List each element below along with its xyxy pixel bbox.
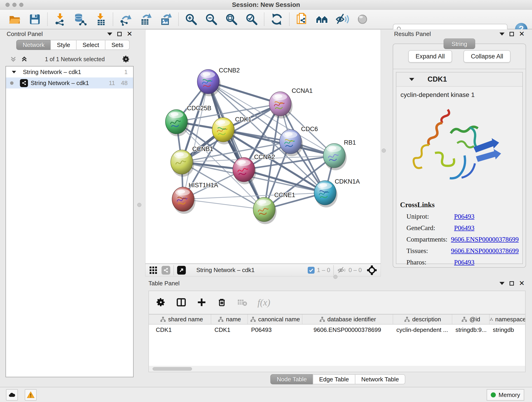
close-panel-icon[interactable]: ✕ <box>519 31 525 37</box>
column-header-name[interactable]: name <box>211 314 247 324</box>
crosslink-compartments-link[interactable]: 9606.ENSP00000378699 <box>451 236 519 243</box>
import-network-button[interactable] <box>50 11 70 28</box>
network-node-CDK1[interactable] <box>212 118 235 144</box>
network-from-document-button[interactable] <box>292 11 312 28</box>
network-collection-row[interactable]: String Network – cdk1 1 <box>6 66 133 77</box>
network-row[interactable]: String Network – cdk1 11 48 <box>6 77 133 89</box>
network-tree: String Network – cdk1 1 String Network –… <box>6 66 133 377</box>
expand-all-button[interactable]: Expand All <box>408 50 452 63</box>
network-node-RB1[interactable] <box>323 143 347 170</box>
selected-node-edge-counts: 1 – 0 <box>317 267 330 274</box>
import-network-from-database-button[interactable] <box>70 11 90 28</box>
tab-sets[interactable]: Sets <box>105 40 130 50</box>
float-panel-icon[interactable] <box>117 32 122 36</box>
crosslink-label: Pharos: <box>406 259 452 266</box>
export-network-button[interactable] <box>115 11 136 28</box>
export-table-button[interactable] <box>136 11 156 28</box>
string-share-button[interactable] <box>162 266 170 274</box>
network-node-HIST1H1A[interactable] <box>172 187 196 214</box>
memory-button[interactable]: Memory <box>487 389 524 401</box>
footer-separator <box>333 265 334 275</box>
gene-section-header[interactable]: CDK1 <box>396 72 522 87</box>
table-options-gear-icon[interactable] <box>156 297 166 307</box>
birdseye-grid-button[interactable] <box>149 266 157 274</box>
collapse-all-button[interactable]: Collapse All <box>463 50 510 63</box>
delete-table-icon <box>237 297 247 307</box>
hide-selected-button[interactable] <box>332 11 352 28</box>
node-label-HIST1H1A: HIST1H1A <box>189 182 218 189</box>
bottom-splitter-handle[interactable] <box>333 275 337 279</box>
network-node-CDKN1A[interactable] <box>314 181 337 207</box>
tab-style[interactable]: Style <box>51 40 76 50</box>
tab-network[interactable]: Network <box>16 40 51 50</box>
float-panel-icon[interactable] <box>510 32 514 36</box>
network-canvas[interactable]: CCNB2CCNA1CDC25BCDK1CDC6RB1CCNB1CCNA2CDK… <box>146 30 380 263</box>
column-header-shared-name[interactable]: shared name <box>152 314 211 324</box>
zoom-out-button[interactable] <box>201 11 221 28</box>
zoom-fit-button[interactable] <box>221 11 241 28</box>
panel-menu-icon[interactable] <box>500 282 505 285</box>
close-panel-icon[interactable]: ✕ <box>519 280 525 287</box>
close-panel-icon[interactable]: ✕ <box>127 31 133 37</box>
selected-checkbox[interactable] <box>308 267 315 274</box>
network-node-CCNE1[interactable] <box>253 197 277 224</box>
gene-collapse-icon[interactable] <box>409 78 414 81</box>
show-columns-icon[interactable] <box>176 297 186 307</box>
right-splitter-handle[interactable] <box>382 148 386 153</box>
crosslink-tissues-link[interactable]: 9606.ENSP00000378699 <box>451 247 519 255</box>
column-header-canonical-name[interactable]: canonical name <box>247 314 302 324</box>
memory-label: Memory <box>499 391 520 399</box>
export-image-button[interactable] <box>156 11 176 28</box>
tab-select[interactable]: Select <box>76 40 105 50</box>
panel-menu-icon[interactable] <box>107 32 112 36</box>
collection-expand-icon[interactable] <box>12 70 16 73</box>
open-session-button[interactable] <box>5 11 25 28</box>
node-label-CDKN1A: CDKN1A <box>335 178 360 185</box>
open-in-window-button[interactable] <box>177 266 186 274</box>
save-session-button[interactable] <box>25 11 45 28</box>
show-hidden-button[interactable] <box>352 11 373 28</box>
cloud-status-button[interactable] <box>6 389 18 401</box>
memory-status-dot <box>491 392 496 397</box>
pan-crosshair-button[interactable] <box>367 265 377 275</box>
show-all-nodes-button[interactable] <box>312 11 332 28</box>
left-splitter-handle[interactable] <box>137 203 141 207</box>
column-header-namespace[interactable]: namespace <box>489 314 525 324</box>
expand-all-icon[interactable] <box>21 56 28 63</box>
table-tabs: Node Table Edge Table Network Table <box>270 374 405 384</box>
import-table-button[interactable] <box>90 11 110 28</box>
control-panel-tabs: Network Style Select Sets <box>16 40 130 50</box>
zoom-selected-button[interactable] <box>241 11 262 28</box>
network-view: CCNB2CCNA1CDC25BCDK1CDC6RB1CCNB1CCNA2CDK… <box>145 29 381 264</box>
float-panel-icon[interactable] <box>510 281 514 286</box>
zoom-selected-icon <box>245 13 258 26</box>
zoom-in-button[interactable] <box>181 11 201 28</box>
crosslink-pharos-link[interactable]: P06493 <box>454 259 475 266</box>
table-cell: 9606.ENSP00000378699 <box>302 325 393 335</box>
table-cell: CDK1 <box>152 325 211 335</box>
column-header--id[interactable]: @id <box>452 314 489 324</box>
add-column-icon[interactable] <box>196 297 207 307</box>
network-options-gear-icon[interactable] <box>122 55 130 63</box>
warnings-button[interactable] <box>25 389 37 401</box>
crosslink-genecard-link[interactable]: P06493 <box>454 224 475 232</box>
scrollbar-thumb[interactable] <box>152 367 192 370</box>
tab-string-results[interactable]: String <box>443 38 475 49</box>
network-node-CCNA2[interactable] <box>233 157 256 184</box>
column-header-database-identifier[interactable]: database identifier <box>302 314 393 324</box>
tab-node-table[interactable]: Node Table <box>270 374 313 384</box>
table-row[interactable]: CDK1CDK1P064939606.ENSP00000378699cyclin… <box>149 325 525 335</box>
network-node-CDC25B[interactable] <box>165 109 189 136</box>
delete-column-icon[interactable] <box>217 297 227 307</box>
export-image-icon <box>159 13 172 26</box>
function-builder-button: f(x) <box>258 297 270 308</box>
crosslinks-heading: CrossLinks <box>400 201 519 209</box>
column-header-description[interactable]: description <box>393 314 452 324</box>
crosslink-uniprot-link[interactable]: P06493 <box>454 213 475 220</box>
network-node-CCNA1[interactable] <box>269 92 293 119</box>
panel-menu-icon[interactable] <box>500 32 505 36</box>
tab-network-table[interactable]: Network Table <box>355 374 405 384</box>
collapse-all-icon[interactable] <box>10 56 17 63</box>
tab-edge-table[interactable]: Edge Table <box>313 374 355 384</box>
refresh-view-button[interactable] <box>267 11 287 28</box>
